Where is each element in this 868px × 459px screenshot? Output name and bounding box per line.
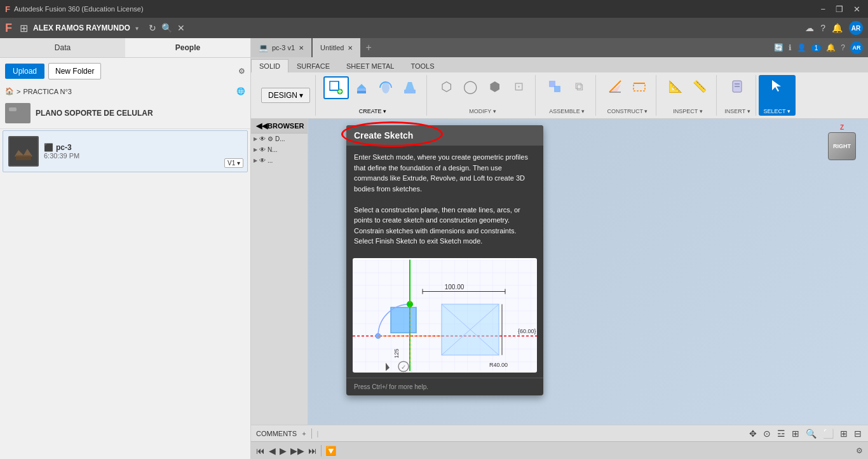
ribbon-tab-tools[interactable]: TOOLS — [402, 59, 442, 72]
view-cube-icon[interactable]: ⬜ — [822, 427, 835, 440]
user-name[interactable]: ALEX RAMOS RAYMUNDO — [33, 24, 130, 32]
construct-group-label[interactable]: CONSTRUCT ▾ — [607, 108, 648, 114]
grid-settings-icon[interactable]: ⊞ — [839, 427, 849, 440]
restore-button[interactable]: ❐ — [833, 4, 846, 14]
user-profile-icon[interactable]: AR — [849, 21, 863, 35]
look-at-icon[interactable]: ⊙ — [762, 427, 772, 440]
browser-item-gear[interactable]: ⚙ — [268, 135, 273, 142]
create-group-label[interactable]: CREATE ▾ — [359, 108, 386, 114]
right-area: 💻 pc-3 v1 ✕ Untitled ✕ + 🔄 ℹ 👤 1 🔔 ? AR — [251, 38, 868, 459]
viewport[interactable]: Z RIGHT Create Sketch Enter Sketch mode,… — [308, 119, 868, 425]
search-button[interactable]: 🔍 — [161, 23, 172, 33]
select-button[interactable] — [766, 76, 789, 97]
display-settings-icon[interactable]: ⊟ — [853, 427, 863, 440]
compass-z-label: Z — [840, 124, 844, 131]
active-tab-close[interactable]: ✕ — [299, 45, 304, 51]
timeline-play[interactable]: ▶ — [280, 446, 287, 456]
breadcrumb-folder[interactable]: PRACTICA N°3 — [23, 88, 72, 95]
inspect-btn1[interactable]: 📐 — [664, 76, 687, 97]
browser-item3-eye[interactable]: 👁 — [259, 157, 266, 164]
create-sketch-button[interactable] — [323, 76, 349, 99]
modify-btn3[interactable]: ⬢ — [483, 76, 506, 97]
untitled-tab[interactable]: Untitled ✕ — [313, 38, 360, 57]
modify-btn1[interactable]: ⬡ — [435, 76, 458, 97]
design-button[interactable]: DESIGN ▾ — [261, 88, 310, 103]
select-group-label[interactable]: SELECT ▾ — [764, 108, 790, 114]
assemble-btn2[interactable]: ⧉ — [567, 76, 590, 97]
insert-btn1[interactable] — [726, 76, 749, 97]
revolve-button[interactable] — [374, 78, 397, 98]
untitled-tab-close[interactable]: ✕ — [348, 45, 353, 51]
file-name: pc-3 — [56, 143, 72, 152]
browser-item2-eye[interactable]: 👁 — [259, 146, 266, 153]
version-badge[interactable]: V1 ▾ — [224, 158, 243, 168]
tab-bar-icon1[interactable]: 🔄 — [774, 43, 783, 52]
folder-item[interactable]: PLANO SOPORTE DE CELULAR — [0, 98, 250, 129]
upload-button[interactable]: Upload — [5, 64, 44, 79]
timeline-settings-icon[interactable]: ⚙ — [856, 446, 863, 455]
grid-icon[interactable]: ⊞ — [20, 22, 28, 34]
app-logo: F — [5, 22, 12, 35]
svg-text:100.00: 100.00 — [445, 283, 465, 290]
browser-item-1[interactable]: ▶ 👁 ⚙ D... — [251, 134, 308, 144]
timeline-prev[interactable]: ◀ — [269, 446, 276, 456]
notifications-icon[interactable]: 🔔 — [832, 23, 843, 33]
timeline-prev-start[interactable]: ⏮ — [256, 446, 265, 456]
help-icon[interactable]: ? — [820, 23, 825, 33]
loft-button[interactable] — [398, 78, 421, 98]
tab-bar-help[interactable]: ? — [841, 43, 845, 52]
untitled-tab-label: Untitled — [320, 44, 344, 51]
file-item[interactable]: ⬛ pc-3 6:30:39 PM V1 ▾ — [3, 130, 248, 172]
browser-item-2[interactable]: ▶ 👁 N... — [251, 144, 308, 155]
assemble-group-label[interactable]: ASSEMBLE ▾ — [549, 108, 585, 114]
browser-item-3[interactable]: ▶ 👁 ... — [251, 155, 308, 166]
modify-group-label[interactable]: MODIFY ▾ — [469, 108, 496, 114]
assemble-btn1[interactable] — [543, 76, 566, 97]
active-tab[interactable]: 💻 pc-3 v1 ✕ — [251, 38, 311, 57]
tab-bar-bell[interactable]: 🔔 — [826, 43, 836, 52]
ribbon-tab-sheet-metal[interactable]: SHEET METAL — [338, 59, 402, 72]
svg-rect-12 — [357, 91, 366, 93]
ribbon-tab-solid[interactable]: SOLID — [251, 59, 288, 72]
new-tab-button[interactable]: + — [360, 42, 376, 53]
extrude-button[interactable] — [350, 78, 373, 98]
modify-btn2[interactable]: ◯ — [459, 76, 482, 97]
breadcrumb-home-icon[interactable]: 🏠 — [5, 87, 14, 95]
construct-btn2[interactable] — [628, 76, 651, 97]
cloud-icon[interactable]: ☁ — [805, 23, 814, 33]
svg-marker-11 — [357, 84, 366, 88]
zoom-icon[interactable]: 🔍 — [804, 427, 818, 440]
user-dropdown-icon[interactable]: ▾ — [135, 25, 139, 32]
tab-bar-icon3[interactable]: 👤 — [797, 43, 806, 52]
timeline-next-end[interactable]: ⏭ — [308, 446, 317, 456]
active-tab-label: pc-3 v1 — [272, 44, 295, 51]
timeline-next[interactable]: ▶▶ — [290, 446, 304, 456]
breadcrumb: 🏠 > PRACTICA N°3 🌐 — [0, 85, 250, 98]
svg-rect-31 — [391, 307, 416, 332]
tab-people[interactable]: People — [125, 38, 250, 57]
tab-data[interactable]: Data — [0, 38, 125, 57]
settings-icon[interactable]: ⚙ — [238, 67, 245, 76]
minimize-button[interactable]: − — [818, 4, 828, 14]
ribbon-tab-surface[interactable]: SURFACE — [288, 59, 338, 72]
tab-bar-icon2[interactable]: ℹ — [789, 43, 792, 52]
browser-expand-icon[interactable]: ◀◀ — [256, 121, 268, 130]
new-folder-button[interactable]: New Folder — [48, 63, 101, 79]
browser-item-eye[interactable]: 👁 — [259, 135, 266, 142]
add-comment-button[interactable]: + — [302, 430, 306, 437]
close-button[interactable]: ✕ — [851, 4, 863, 14]
zoom-fit-icon[interactable]: ⊞ — [790, 427, 801, 440]
orbit-icon[interactable]: ☲ — [776, 427, 787, 440]
timeline-filter[interactable]: 🔽 — [325, 446, 336, 456]
construct-btn1[interactable] — [604, 76, 627, 97]
tab-bar-avatar[interactable]: AR — [850, 41, 863, 54]
modify-btn4[interactable]: ⊡ — [507, 76, 530, 97]
appbar-close-button[interactable]: ✕ — [177, 23, 185, 33]
bottom-separator-bar: | — [317, 430, 319, 437]
insert-group-label[interactable]: INSERT ▾ — [724, 108, 750, 114]
inspect-group-label[interactable]: INSPECT ▾ — [673, 108, 702, 114]
inspect-btn2[interactable]: 📏 — [688, 76, 711, 97]
pan-icon[interactable]: ✥ — [748, 427, 758, 440]
compass-cube[interactable]: RIGHT — [828, 132, 856, 160]
refresh-button[interactable]: ↻ — [149, 23, 156, 33]
